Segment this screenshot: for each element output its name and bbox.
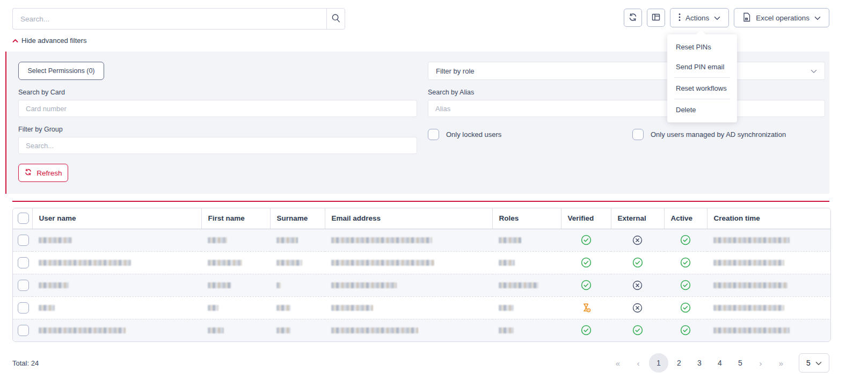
actions-dropdown-menu: Reset PINsSend PIN emailReset workflowsD… [667, 34, 737, 122]
first-name-redacted [208, 237, 227, 243]
roles-redacted [499, 305, 514, 311]
users-table: User nameFirst nameSurnameEmail addressR… [12, 208, 831, 342]
column-header-surname: Surname [270, 208, 325, 229]
verified-check-circle-icon [581, 280, 592, 289]
first-name-redacted [208, 282, 231, 288]
external-check-circle-icon [632, 325, 643, 334]
menu-item-reset-workflows[interactable]: Reset workflows [667, 78, 737, 98]
creation-time-redacted [713, 327, 790, 333]
search-icon [331, 13, 341, 25]
row-checkbox[interactable] [18, 302, 29, 314]
creation-time-redacted [713, 305, 784, 311]
first-name-redacted [208, 327, 224, 333]
page-size-select[interactable]: 5 [799, 353, 829, 373]
column-header-roles: Roles [492, 208, 561, 229]
table-body [13, 229, 831, 341]
section-divider [12, 201, 829, 202]
group-search-input[interactable] [18, 137, 417, 154]
first-name-redacted [208, 260, 242, 266]
column-settings-button[interactable] [647, 9, 665, 27]
select-all-checkbox[interactable] [18, 213, 29, 224]
topbar: Actions x Excel operations [12, 8, 829, 30]
hide-advanced-filters-toggle[interactable]: Hide advanced filters [12, 37, 86, 45]
menu-item-reset-pins[interactable]: Reset PINs [667, 37, 737, 57]
table-header-row: User nameFirst nameSurnameEmail addressR… [13, 208, 831, 229]
page-size-value: 5 [806, 359, 811, 367]
global-search [12, 8, 345, 30]
verified-check-circle-icon [581, 325, 592, 334]
active-check-circle-icon [680, 280, 691, 289]
username-redacted [39, 282, 69, 288]
active-check-circle-icon [680, 235, 691, 244]
row-checkbox[interactable] [18, 257, 29, 268]
refresh-filters-button[interactable]: Refresh [18, 164, 68, 182]
topbar-actions: Actions x Excel operations [624, 8, 829, 27]
select-permissions-button[interactable]: Select Permissions (0) [18, 62, 104, 80]
username-redacted [39, 327, 126, 333]
external-cross-circle-icon [632, 235, 643, 244]
menu-divider [674, 77, 730, 78]
page-button-5[interactable]: 5 [731, 353, 750, 373]
pagination: «‹12345›» [608, 353, 791, 373]
refresh-grid-button[interactable] [624, 9, 642, 27]
external-check-circle-icon [632, 257, 643, 266]
page-button-2[interactable]: 2 [669, 353, 689, 373]
role-select-placeholder: Filter by role [436, 67, 475, 75]
filter-by-role-select[interactable]: Filter by role [428, 62, 825, 80]
verified-check-circle-icon [581, 235, 592, 244]
email-redacted [331, 282, 397, 288]
row-checkbox[interactable] [18, 325, 29, 336]
email-redacted [331, 305, 373, 311]
column-header-creation-time: Creation time [707, 208, 831, 229]
search-by-card-label: Search by Card [18, 89, 417, 96]
username-redacted [39, 305, 55, 311]
verified-check-circle-icon [581, 257, 592, 266]
column-header-active: Active [664, 208, 707, 229]
active-check-circle-icon [680, 257, 691, 266]
table-layout-icon [651, 12, 661, 24]
menu-item-delete[interactable]: Delete [667, 100, 737, 120]
excel-operations-button[interactable]: x Excel operations [734, 8, 829, 27]
actions-button-label: Actions [685, 14, 709, 22]
next-page-button[interactable]: › [751, 353, 770, 373]
page-button-4[interactable]: 4 [710, 353, 730, 373]
first-page-button[interactable]: « [608, 353, 628, 373]
alias-input[interactable] [428, 100, 825, 117]
roles-redacted [499, 237, 521, 243]
creation-time-redacted [713, 282, 787, 288]
search-input[interactable] [12, 8, 326, 30]
column-header-external: External [611, 208, 664, 229]
refresh-icon [628, 12, 638, 24]
page-button-1[interactable]: 1 [649, 353, 668, 373]
excel-file-icon: x [742, 12, 751, 24]
search-button[interactable] [326, 8, 345, 30]
row-checkbox[interactable] [18, 235, 29, 246]
chevron-down-icon [815, 359, 822, 367]
only-locked-users-checkbox[interactable] [428, 129, 439, 140]
email-redacted [331, 327, 418, 333]
table-row-3 [13, 274, 831, 296]
roles-redacted [499, 260, 515, 266]
chevron-up-icon [12, 37, 18, 45]
surname-redacted [276, 237, 298, 243]
row-checkbox[interactable] [18, 280, 29, 291]
actions-button[interactable]: Actions [670, 8, 729, 27]
surname-redacted [276, 305, 290, 311]
page-button-3[interactable]: 3 [690, 353, 709, 373]
chevron-down-icon [814, 14, 821, 22]
roles-redacted [499, 327, 514, 333]
prev-page-button[interactable]: ‹ [629, 353, 648, 373]
email-redacted [331, 260, 434, 266]
only-locked-users-label: Only locked users [446, 130, 501, 139]
excel-button-label: Excel operations [756, 14, 809, 22]
table-row-2 [13, 251, 831, 274]
active-check-circle-icon [680, 325, 691, 334]
refresh-button-label: Refresh [37, 169, 62, 177]
last-page-button[interactable]: » [771, 353, 791, 373]
only-ad-sync-users-checkbox[interactable] [632, 129, 644, 140]
creation-time-redacted [713, 237, 790, 243]
menu-item-send-pin-email[interactable]: Send PIN email [667, 57, 737, 77]
card-number-input[interactable] [18, 100, 417, 117]
verified-pending-hourglass-icon [581, 302, 592, 311]
roles-redacted [499, 282, 538, 288]
